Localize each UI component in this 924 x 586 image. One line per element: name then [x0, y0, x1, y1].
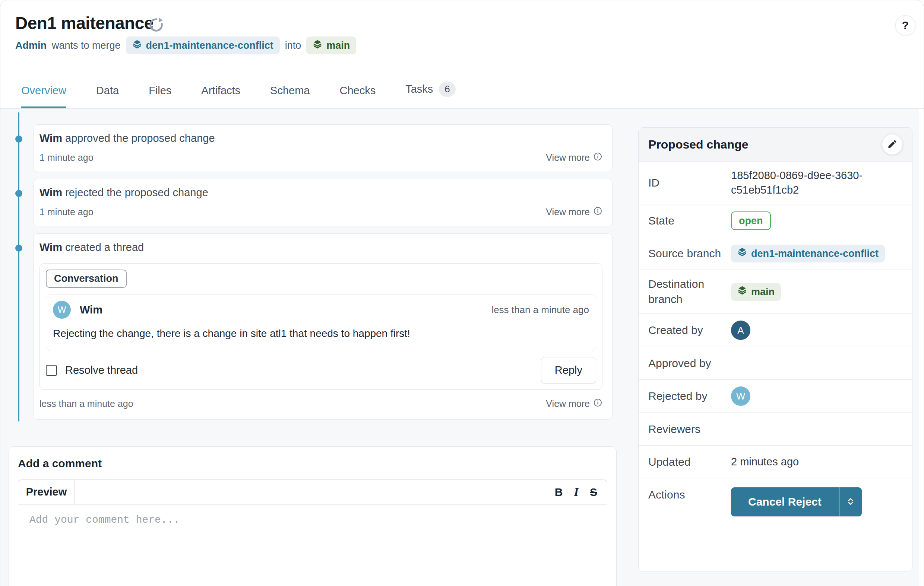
event-actor: Wim: [40, 132, 62, 144]
merge-action-text: wants to merge: [52, 40, 121, 51]
tab-label: Tasks: [405, 83, 433, 95]
tab-label: Artifacts: [201, 84, 240, 97]
row-label: Approved by: [648, 356, 731, 371]
row-label: Actions: [648, 487, 731, 503]
view-more-link[interactable]: View more: [546, 152, 602, 163]
id-row: ID 185f2080-0869-d9ee-3630-c51eb51f1cb2: [639, 161, 912, 204]
branch-layers-icon: [738, 285, 747, 299]
cancel-reject-button[interactable]: Cancel Reject: [731, 487, 839, 516]
row-label: Source branch: [648, 246, 731, 261]
thread-title: Wim created a thread: [40, 241, 602, 253]
tab-artifacts[interactable]: Artifacts: [201, 84, 240, 108]
app-header: Den1 maitenance Admin wants to merge: [0, 0, 924, 109]
merge-into-text: into: [285, 40, 302, 51]
timeline-dot: [15, 245, 22, 252]
id-value: 185f2080-0869-d9ee-3630-c51eb51f1cb2: [731, 168, 912, 198]
source-branch-row: Source branch den1-maintenance-conflict: [639, 237, 912, 270]
conversation-box: Conversation W Wim less than a minute ag…: [40, 263, 602, 390]
event-action: rejected the proposed change: [65, 186, 208, 198]
page-frame: Den1 maitenance Admin wants to merge: [0, 0, 924, 586]
view-more-label: View more: [546, 152, 590, 163]
edit-button[interactable]: [882, 134, 903, 155]
tab-schema[interactable]: Schema: [270, 84, 310, 108]
timeline-line: [18, 112, 19, 421]
conversation-badge: Conversation: [46, 270, 127, 288]
tab-files[interactable]: Files: [148, 84, 172, 108]
timeline-dot: [15, 135, 22, 143]
tab-label: Files: [148, 84, 172, 97]
event-title: Wim approved the proposed change: [40, 132, 602, 145]
event-action: approved the proposed change: [65, 132, 214, 144]
tab-tasks[interactable]: Tasks 6: [405, 82, 455, 108]
event-time: 1 minute ago: [40, 152, 94, 163]
thread-card: Wim created a thread Conversation W Wim …: [33, 234, 612, 420]
destination-branch-row: Destination branch main: [639, 270, 912, 314]
event-time: 1 minute ago: [40, 207, 94, 217]
row-label: Updated: [648, 454, 731, 470]
info-icon: [593, 152, 602, 163]
event-actor: Wim: [40, 186, 62, 198]
target-branch-badge[interactable]: main: [731, 283, 781, 301]
author-link[interactable]: Admin: [15, 40, 46, 51]
comment-author: Wim: [80, 304, 102, 316]
source-branch-badge[interactable]: den1-maintenance-conflict: [731, 245, 885, 262]
resolve-label: Resolve thread: [65, 364, 138, 376]
target-branch-badge[interactable]: main: [306, 36, 356, 54]
target-branch-label: main: [751, 285, 775, 299]
italic-button[interactable]: I: [574, 485, 579, 499]
strikethrough-button[interactable]: S: [590, 486, 597, 499]
tab-label: Overview: [21, 84, 66, 97]
view-more-label: View more: [546, 207, 590, 217]
tasks-count-badge: 6: [439, 82, 455, 97]
comment-composer: Add a comment Preview B I S: [8, 446, 617, 586]
panel-header: Proposed change: [639, 128, 912, 161]
tab-checks[interactable]: Checks: [340, 84, 376, 108]
question-mark-icon: ?: [902, 19, 909, 32]
source-branch-label: den1-maintenance-conflict: [146, 40, 274, 51]
row-label: Reviewers: [648, 422, 731, 437]
row-label: State: [648, 213, 731, 229]
resolve-checkbox[interactable]: [46, 365, 57, 376]
branch-layers-icon: [313, 40, 322, 52]
tab-overview[interactable]: Overview: [21, 84, 66, 108]
timeline-dot: [15, 190, 22, 197]
source-branch-label: den1-maintenance-conflict: [751, 247, 879, 260]
view-more-link[interactable]: View more: [546, 398, 602, 410]
reviewers-row: Reviewers: [639, 413, 912, 446]
thread-time: less than a minute ago: [40, 398, 134, 409]
created-by-avatar: A: [731, 321, 751, 340]
panel-heading: Proposed change: [648, 138, 749, 151]
branch-layers-icon: [738, 247, 747, 260]
preview-tab[interactable]: Preview: [18, 480, 75, 504]
proposed-change-panel: Proposed change ID 185f2080-0869-d9ee-36…: [638, 127, 912, 572]
actions-dropdown-toggle[interactable]: [839, 487, 862, 516]
thread-comment-card: W Wim less than a minute ago Rejecting t…: [46, 295, 596, 351]
tab-bar: Overview Data Files Artifacts Schema Che…: [21, 82, 455, 108]
event-actor: Wim: [40, 241, 62, 253]
row-label: ID: [648, 175, 731, 191]
tab-label: Data: [96, 84, 119, 97]
reply-button[interactable]: Reply: [541, 357, 596, 384]
row-label: Rejected by: [648, 388, 731, 404]
comment-time: less than a minute ago: [492, 304, 589, 316]
editor-toolbar: Preview B I S: [18, 480, 607, 504]
comment-editor: Preview B I S: [18, 479, 607, 586]
refresh-icon: [148, 29, 164, 34]
event-action: created a thread: [65, 241, 144, 253]
state-row: State open: [639, 204, 912, 237]
updated-value: 2 minutes ago: [731, 454, 912, 469]
avatar-wim: W: [53, 301, 71, 319]
tab-data[interactable]: Data: [96, 84, 119, 108]
source-branch-badge[interactable]: den1-maintenance-conflict: [126, 36, 280, 54]
help-button[interactable]: ?: [895, 15, 916, 35]
actions-split-button: Cancel Reject: [731, 487, 862, 516]
comment-textarea[interactable]: [18, 504, 607, 586]
bold-button[interactable]: B: [555, 486, 563, 499]
composer-heading: Add a comment: [18, 457, 607, 470]
right-scrollbar-gutter[interactable]: [919, 109, 924, 586]
event-title: Wim rejected the proposed change: [40, 186, 602, 199]
view-more-link[interactable]: View more: [546, 206, 602, 218]
row-label: Created by: [648, 323, 731, 338]
refresh-button[interactable]: [148, 17, 164, 33]
merge-summary: Admin wants to merge den1-maintenance-co…: [15, 36, 356, 55]
